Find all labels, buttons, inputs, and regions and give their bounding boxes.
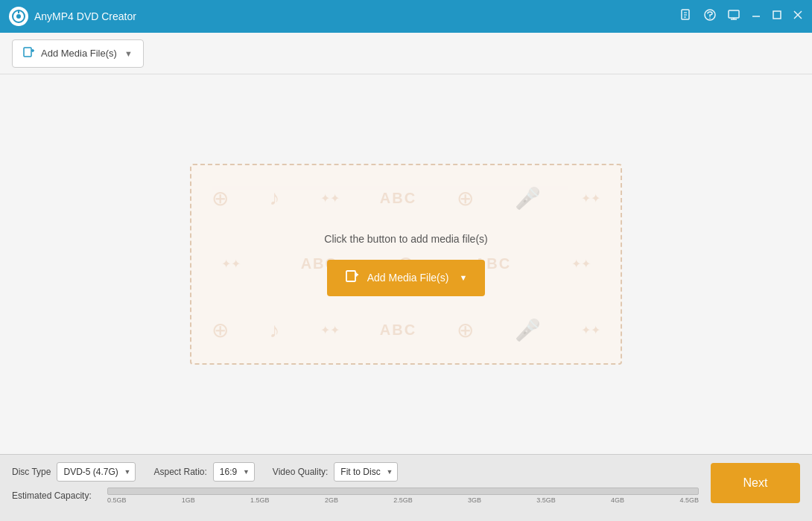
- disc-type-label: Disc Type: [12, 467, 51, 477]
- add-media-orange-dropdown-icon: ▼: [459, 273, 467, 282]
- svg-point-8: [709, 18, 711, 19]
- aspect-ratio-label: Aspect Ratio:: [153, 467, 206, 477]
- file-icon[interactable]: [679, 8, 693, 25]
- svg-rect-16: [24, 48, 31, 57]
- app-logo: [9, 7, 28, 26]
- add-media-orange-label: Add Media File(s): [367, 272, 449, 284]
- video-quality-group: Video Quality: Fit to Disc High Medium L…: [273, 462, 399, 482]
- svg-rect-13: [773, 11, 781, 19]
- capacity-row: Estimated Capacity: 0.5GB 1GB 1.5GB 2GB …: [12, 488, 699, 504]
- drop-prompt-text: Click the button to add media file(s): [324, 233, 487, 245]
- main-content: ⊕ ♪ ✦✦ ABC ⊕ 🎤 ✦✦ ✦✦ ABC ⊕ ABC ✦✦ ⊕ ♪ ✦✦…: [0, 74, 812, 454]
- tick-4gb: 4GB: [611, 496, 624, 504]
- video-quality-select-wrapper: Fit to Disc High Medium Low: [334, 462, 398, 482]
- title-bar-controls: [679, 8, 803, 25]
- support-icon[interactable]: [727, 8, 740, 25]
- minimize-button[interactable]: [751, 10, 761, 23]
- tick-1gb: 1GB: [182, 496, 195, 504]
- aspect-ratio-group: Aspect Ratio: 16:9 4:3: [153, 462, 254, 482]
- app-title: AnyMP4 DVD Creator: [34, 10, 136, 22]
- feedback-icon[interactable]: [703, 8, 717, 25]
- watermark-row-1: ⊕ ♪ ✦✦ ABC ⊕ 🎤 ✦✦: [191, 186, 621, 211]
- tick-0-5gb: 0.5GB: [107, 496, 127, 504]
- tick-1-5gb: 1.5GB: [250, 496, 270, 504]
- disc-type-select[interactable]: DVD-5 (4.7G) DVD-9 (8.5G) BD-25 (25G) BD…: [57, 462, 136, 482]
- close-button[interactable]: [793, 10, 803, 23]
- video-quality-select[interactable]: Fit to Disc High Medium Low: [334, 462, 398, 482]
- bottom-bar: Disc Type DVD-5 (4.7G) DVD-9 (8.5G) BD-2…: [0, 454, 812, 521]
- svg-rect-9: [729, 10, 739, 18]
- bottom-left: Disc Type DVD-5 (4.7G) DVD-9 (8.5G) BD-2…: [12, 462, 699, 504]
- title-bar-left: AnyMP4 DVD Creator: [9, 7, 136, 26]
- tick-3gb: 3GB: [468, 496, 481, 504]
- video-quality-label: Video Quality:: [273, 467, 329, 477]
- add-media-button[interactable]: Add Media File(s) ▼: [12, 39, 144, 68]
- bottom-right: Next: [699, 463, 800, 503]
- tick-4-5gb: 4.5GB: [679, 496, 699, 504]
- capacity-bar-container: 0.5GB 1GB 1.5GB 2GB 2.5GB 3GB 3.5GB 4GB …: [107, 488, 699, 504]
- capacity-bar: [107, 488, 699, 495]
- add-media-icon: [23, 46, 35, 61]
- add-media-dropdown-icon: ▼: [124, 49, 133, 58]
- toolbar: Add Media File(s) ▼: [0, 33, 812, 74]
- bottom-controls: Disc Type DVD-5 (4.7G) DVD-9 (8.5G) BD-2…: [12, 462, 699, 482]
- next-button[interactable]: Next: [711, 463, 800, 503]
- add-media-orange-button[interactable]: Add Media File(s) ▼: [327, 260, 486, 296]
- drop-area: ⊕ ♪ ✦✦ ABC ⊕ 🎤 ✦✦ ✦✦ ABC ⊕ ABC ✦✦ ⊕ ♪ ✦✦…: [190, 164, 622, 365]
- bottom-main: Disc Type DVD-5 (4.7G) DVD-9 (8.5G) BD-2…: [12, 462, 800, 504]
- svg-rect-19: [346, 271, 355, 281]
- aspect-ratio-select-wrapper: 16:9 4:3: [213, 462, 255, 482]
- aspect-ratio-select[interactable]: 16:9 4:3: [213, 462, 255, 482]
- add-media-orange-icon: [345, 269, 360, 287]
- tick-2-5gb: 2.5GB: [393, 496, 413, 504]
- title-bar: AnyMP4 DVD Creator: [0, 0, 812, 33]
- restore-button[interactable]: [772, 10, 782, 23]
- disc-type-group: Disc Type DVD-5 (4.7G) DVD-9 (8.5G) BD-2…: [12, 462, 136, 482]
- disc-type-select-wrapper: DVD-5 (4.7G) DVD-9 (8.5G) BD-25 (25G) BD…: [57, 462, 136, 482]
- estimated-capacity-label: Estimated Capacity:: [12, 490, 101, 501]
- tick-3-5gb: 3.5GB: [536, 496, 556, 504]
- watermark-row-3: ⊕ ♪ ✦✦ ABC ⊕ 🎤 ✦✦: [191, 318, 621, 342]
- svg-point-1: [16, 14, 21, 19]
- add-media-label: Add Media File(s): [41, 48, 117, 59]
- tick-2gb: 2GB: [325, 496, 338, 504]
- capacity-ticks: 0.5GB 1GB 1.5GB 2GB 2.5GB 3GB 3.5GB 4GB …: [107, 496, 699, 504]
